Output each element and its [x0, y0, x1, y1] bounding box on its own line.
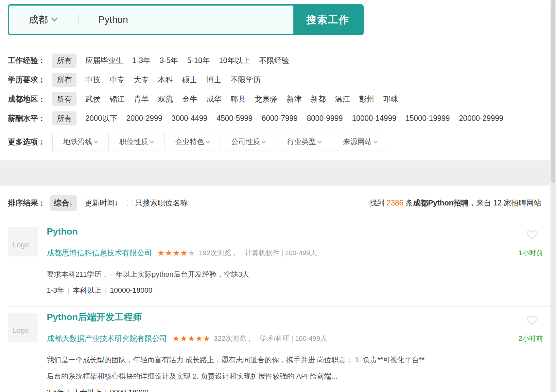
company-category-size: 学术/科研 | 100-499人 [260, 334, 327, 343]
title-only-checkbox[interactable] [127, 200, 133, 206]
filter-option[interactable]: 温江 [335, 94, 350, 104]
filter-option[interactable]: 成华 [206, 94, 221, 104]
dropdown-company-type[interactable]: 公司性质 [220, 133, 276, 151]
filter-option[interactable]: 博士 [206, 75, 221, 85]
scrollbar-thumb[interactable] [551, 0, 555, 183]
filter-option[interactable]: 青羊 [134, 94, 149, 104]
chevron-down-icon [150, 139, 154, 143]
dropdown-label: 职位性质 [119, 137, 148, 147]
rating-stars: ★★★★★ [172, 335, 211, 343]
filter-option[interactable]: 硕士 [182, 75, 197, 85]
filter-option[interactable]: 不限经验 [259, 56, 289, 66]
search-input[interactable] [79, 14, 293, 25]
meta-separator: | [68, 388, 70, 392]
filter-option[interactable]: 邛崃 [383, 94, 398, 104]
meta-separator: | [68, 286, 70, 294]
company-category-size: 计算机软件 | 100-499人 [245, 248, 317, 257]
results-stats: 找到 2386 条成都Python招聘，来自 12 家招聘网站 [370, 198, 541, 208]
job-title-link[interactable]: Python后端开发工程师 [47, 311, 541, 324]
sort-label: 排序结果： [8, 198, 45, 208]
filter-option[interactable]: 20000-29999 [459, 114, 503, 123]
city-selector-value: 成都 [29, 13, 48, 26]
filter-option[interactable]: 1-3年 [132, 56, 150, 66]
scrollbar-track[interactable] [550, 0, 556, 392]
stats-count: 2386 [387, 199, 403, 207]
title-only-checkbox-wrap[interactable]: 只搜索职位名称 [127, 198, 188, 208]
filter-option[interactable]: 10年以上 [219, 56, 250, 66]
filter-option[interactable]: 2000以下 [85, 113, 117, 123]
section-divider-band [0, 160, 556, 186]
filter-row-district: 成都地区： 所有 武侯 锦江 青羊 双流 金牛 成华 郫县 龙泉驿 新津 新都 … [8, 90, 556, 109]
filter-option[interactable]: 新津 [287, 94, 302, 104]
filter-option[interactable]: 2000-2999 [126, 114, 162, 123]
filter-option-all[interactable]: 所有 [52, 54, 77, 68]
filter-option[interactable]: 龙泉驿 [255, 94, 277, 104]
filter-option[interactable]: 双流 [158, 94, 173, 104]
filter-option[interactable]: 郫县 [231, 94, 246, 104]
company-name-link[interactable]: 成都大数据产业技术研究院有限公司 [47, 334, 167, 344]
job-meta: 1-3年|本科以上|10000-18000 [47, 286, 541, 295]
job-title-link[interactable]: Python [47, 225, 541, 238]
search-button[interactable]: 搜索工作 [293, 6, 362, 34]
filter-option-all[interactable]: 所有 [52, 92, 77, 106]
filter-option[interactable]: 15000-19999 [406, 114, 450, 123]
filter-option[interactable]: 中技 [85, 75, 100, 85]
sort-by-update-time-button[interactable]: 更新时间↓ [85, 198, 119, 208]
filter-option[interactable]: 金牛 [182, 94, 197, 104]
company-row: 成都大数据产业技术研究院有限公司 ★★★★★ 322次浏览， 学术/科研 | 1… [47, 333, 541, 344]
dropdown-label: 企业特色 [175, 137, 204, 147]
dropdown-label: 地铁沿线 [63, 137, 92, 147]
dropdown-job-nature[interactable]: 职位性质 [108, 133, 165, 151]
favorite-heart-icon[interactable] [526, 315, 538, 327]
city-selector[interactable]: 成都 [9, 6, 78, 34]
company-name-link[interactable]: 成都思博信科信息技术有限公司 [47, 248, 152, 258]
favorite-heart-icon[interactable] [526, 230, 538, 242]
filter-option[interactable]: 中专 [110, 75, 125, 85]
filter-option[interactable]: 大专 [134, 75, 149, 85]
filter-option[interactable]: 彭州 [359, 94, 374, 104]
dropdown-company-feature[interactable]: 企业特色 [164, 133, 220, 151]
sort-comprehensive-button[interactable]: 综合↓ [50, 195, 77, 211]
job-description: 我们是一个成长型的团队，年轻而富有活力 成长路上，愿有志同道合的你，携手并进 岗… [47, 352, 541, 384]
job-education: 本科以上 [73, 286, 102, 294]
logo-placeholder-text: Logo [13, 326, 29, 335]
stats-unit: 条 [403, 199, 413, 207]
chevron-down-icon [94, 139, 98, 143]
filter-option[interactable]: 8000-9999 [307, 114, 343, 123]
filter-panel: 工作经验： 所有 应届毕业生 1-3年 3-5年 5-10年 10年以上 不限经… [8, 51, 556, 151]
filter-option[interactable]: 本科 [158, 75, 173, 85]
search-input-wrap [79, 6, 293, 34]
filter-option[interactable]: 新都 [311, 94, 326, 104]
dropdown-label: 来源网站 [343, 137, 372, 147]
filter-option[interactable]: 5-10年 [187, 56, 210, 66]
dropdown-source-site[interactable]: 来源网站 [332, 133, 388, 151]
filter-option[interactable]: 应届毕业生 [85, 56, 123, 66]
chevron-down-icon [318, 139, 322, 143]
dropdown-industry[interactable]: 行业类型 [276, 133, 332, 151]
filter-option[interactable]: 10000-14999 [352, 114, 396, 123]
filter-option-all[interactable]: 所有 [52, 73, 77, 87]
filter-option[interactable]: 6000-7999 [262, 114, 298, 123]
search-bar: 成都 搜索工作 [8, 4, 364, 35]
job-education: 大专以上 [73, 388, 102, 392]
filter-option[interactable]: 3-5年 [160, 56, 178, 66]
filter-option[interactable]: 不限学历 [231, 75, 261, 85]
job-card: Logo Python后端开发工程师 成都大数据产业技术研究院有限公司 ★★★★… [8, 306, 556, 392]
job-salary: 9000-18000 [110, 388, 148, 392]
filter-option[interactable]: 锦江 [110, 94, 125, 104]
filter-option[interactable]: 武侯 [85, 94, 100, 104]
star-filled-icon: ★★★★★ [172, 334, 211, 343]
job-description-line: 我们是一个成长型的团队，年轻而富有活力 成长路上，愿有志同道合的你，携手并进 岗… [47, 352, 541, 368]
filter-option-all[interactable]: 所有 [52, 111, 77, 125]
post-time: 1小时前 [518, 248, 543, 257]
chevron-down-icon [206, 139, 210, 143]
filter-option[interactable]: 4500-5999 [217, 114, 252, 123]
job-experience: 3-5年 [47, 388, 64, 392]
filter-label-education: 学历要求： [8, 75, 52, 85]
company-logo-placeholder: Logo [8, 227, 38, 256]
filter-option[interactable]: 3000-4499 [171, 114, 207, 123]
meta-separator: | [105, 286, 107, 294]
filter-row-salary: 薪酬水平： 所有 2000以下 2000-2999 3000-4499 4500… [8, 109, 556, 128]
dropdown-metro[interactable]: 地铁沿线 [52, 133, 109, 151]
filter-row-more-options: 更多选项： 地铁沿线 职位性质 企业特色 公司性质 行业类型 [8, 133, 556, 151]
